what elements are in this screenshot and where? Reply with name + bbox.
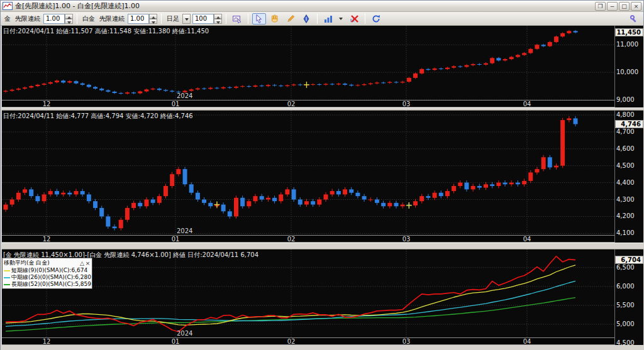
y-axis-tick-label: 10,000 xyxy=(616,68,638,75)
maximize-button[interactable]: □ xyxy=(619,2,630,11)
toolbar-separator xyxy=(226,14,226,24)
y-axis-tick-label: 4,200 xyxy=(616,212,635,219)
spinner-up-icon[interactable] xyxy=(149,14,157,19)
y-axis-tick-label: 9,000 xyxy=(616,96,635,103)
x-axis-month-label: 01 xyxy=(167,338,184,345)
window-bottom-edge xyxy=(1,345,644,350)
timeframe-dropdown-icon[interactable] xyxy=(182,14,191,24)
app-chart-icon xyxy=(3,2,13,10)
toolbar-separator xyxy=(161,14,162,24)
gold-last-price-box: 11,450 xyxy=(615,28,643,36)
title-bar[interactable]: 金[先限連続]1.00 - 白金[先限連続]1.00 ❐ − □ × xyxy=(1,1,643,12)
y-axis-tick-label: 4,500 xyxy=(616,162,635,169)
year-label: 2024 xyxy=(177,92,192,99)
year-label: 2024 xyxy=(177,330,192,337)
platinum-panel-header: 日付:2024/04/11 始値:4,777 高値:4,794 安値:4,720… xyxy=(3,112,193,121)
bar-count-spinner[interactable]: 100 xyxy=(192,14,222,24)
window-left-edge xyxy=(1,26,2,350)
y-axis-tick-label: 4,600 xyxy=(616,145,635,152)
chart-window: 金[先限連続]1.00 - 白金[先限連続]1.00 ❐ − □ × 金 先限連… xyxy=(0,0,644,350)
platinum-series-label: 先限連続 xyxy=(98,14,126,23)
y-axis-tick-label: 6,000 xyxy=(616,283,635,290)
y-axis-tick-label: 4,100 xyxy=(616,229,635,236)
float-window-button[interactable]: ❐ xyxy=(595,2,606,11)
x-axis-month-label: 04 xyxy=(519,101,535,107)
gold-candles xyxy=(4,30,578,95)
x-axis-month-label: 03 xyxy=(398,338,414,345)
x-axis-month-label: 01 xyxy=(167,236,184,243)
chart-type-icon[interactable] xyxy=(321,13,335,25)
chart-select-tool-icon[interactable] xyxy=(230,13,244,25)
legend-row-long-ma: 長期線(52)(0)(SMA)(C):5,859 xyxy=(4,281,91,288)
gold-series-label: 先限連続 xyxy=(14,14,42,23)
long-ma-swatch xyxy=(4,284,10,285)
spinner-up-icon[interactable] xyxy=(65,14,73,19)
legend-collapse-icon[interactable]: △ xyxy=(79,260,85,266)
bar-count-value[interactable]: 100 xyxy=(192,14,214,24)
pen-tool-icon[interactable] xyxy=(299,13,313,25)
x-axis-month-label: 12 xyxy=(38,338,55,345)
x-axis-month-label: 02 xyxy=(283,101,299,107)
platinum-multiplier-spinner[interactable]: 1.00 xyxy=(128,14,157,24)
platinum-x-axis-strip[interactable]: 1201020304 xyxy=(1,235,614,243)
spinner-down-icon[interactable] xyxy=(214,19,222,24)
spread-x-axis-strip[interactable]: 1201020304 xyxy=(1,337,614,345)
y-axis-tick-label: 5,000 xyxy=(616,320,635,327)
x-axis-month-label: 03 xyxy=(398,236,414,243)
x-axis-month-label: 02 xyxy=(283,236,299,243)
y-axis-tick-label: 11,000 xyxy=(616,41,638,48)
pencil-tool-icon[interactable] xyxy=(284,13,297,25)
gold-x-axis-strip[interactable]: 1201020304 xyxy=(1,100,614,107)
x-axis-month-label: 04 xyxy=(519,338,535,345)
gold-multiplier-value[interactable]: 1.00 xyxy=(43,14,65,24)
mid-ma-swatch xyxy=(4,277,10,278)
y-axis-tick-label: 5,500 xyxy=(616,302,635,309)
window-title: 金[先限連続]1.00 - 白金[先限連続]1.00 xyxy=(15,1,595,11)
x-axis-month-label: 12 xyxy=(38,101,55,107)
spread-last-price-box: 6,704 xyxy=(615,256,643,264)
y-axis-tick-label: 4,400 xyxy=(616,179,635,186)
close-button[interactable]: × xyxy=(631,2,641,11)
moving-average-legend[interactable]: 移動平均(金 白金) △ × 短期線(9)(0)(SMA)(C):6,674 中… xyxy=(2,258,92,289)
spinner-down-icon[interactable] xyxy=(65,19,73,24)
hand-tool-icon[interactable] xyxy=(268,13,282,25)
x-axis-month-label: 12 xyxy=(38,236,55,243)
price-chart-svg[interactable] xyxy=(1,26,644,350)
spinner-down-icon[interactable] xyxy=(149,19,157,24)
toolbar-separator xyxy=(248,14,248,24)
toolbar: 金 先限連続 1.00 白金 先限連続 1.00 日足 100 xyxy=(1,12,643,26)
delete-indicator-icon[interactable] xyxy=(347,13,361,25)
x-axis-month-label: 04 xyxy=(519,236,535,243)
y-axis-tick-label: 4,700 xyxy=(616,128,635,135)
year-label: 2024 xyxy=(177,227,192,234)
settings-wrench-icon[interactable] xyxy=(627,13,641,25)
panel-separator[interactable] xyxy=(1,107,644,111)
toolbar-separator xyxy=(77,14,77,24)
platinum-candles xyxy=(4,116,578,231)
panel-separator[interactable] xyxy=(1,243,644,249)
timeframe-label: 日足 xyxy=(165,14,180,23)
gold-panel-header: 日付:2024/04/11 始値:11,507 高値:11,548 安値:11,… xyxy=(3,27,209,36)
chart-area[interactable]: 日付:2024/04/11 始値:11,507 高値:11,548 安値:11,… xyxy=(1,26,644,350)
long-ma-label: 長期線(52)(0)(SMA)(C):5,859 xyxy=(11,280,91,288)
gold-symbol-label: 金 xyxy=(3,14,12,23)
y-axis-tick-label: 4,800 xyxy=(616,111,635,118)
minimize-button[interactable]: − xyxy=(607,2,618,11)
short-ma-swatch xyxy=(4,270,10,271)
spinner-up-icon[interactable] xyxy=(214,14,222,19)
toolbar-separator xyxy=(317,14,318,24)
x-axis-month-label: 01 xyxy=(167,101,184,107)
legend-close-icon[interactable]: × xyxy=(85,260,91,266)
cursor-tool-icon[interactable] xyxy=(252,13,266,25)
x-axis-month-label: 02 xyxy=(283,338,299,345)
gold-multiplier-spinner[interactable]: 1.00 xyxy=(43,14,73,24)
x-axis-month-label: 03 xyxy=(398,101,414,107)
y-axis-tick-label: 6,500 xyxy=(616,264,635,271)
refresh-icon[interactable] xyxy=(369,13,383,25)
platinum-symbol-label: 白金 xyxy=(81,14,96,23)
toolbar-separator xyxy=(365,14,365,24)
y-axis-border xyxy=(614,26,615,350)
platinum-last-price-box: 4,746 xyxy=(615,120,643,128)
platinum-multiplier-value[interactable]: 1.00 xyxy=(128,14,149,24)
chart-type-dropdown-icon[interactable] xyxy=(337,14,345,24)
